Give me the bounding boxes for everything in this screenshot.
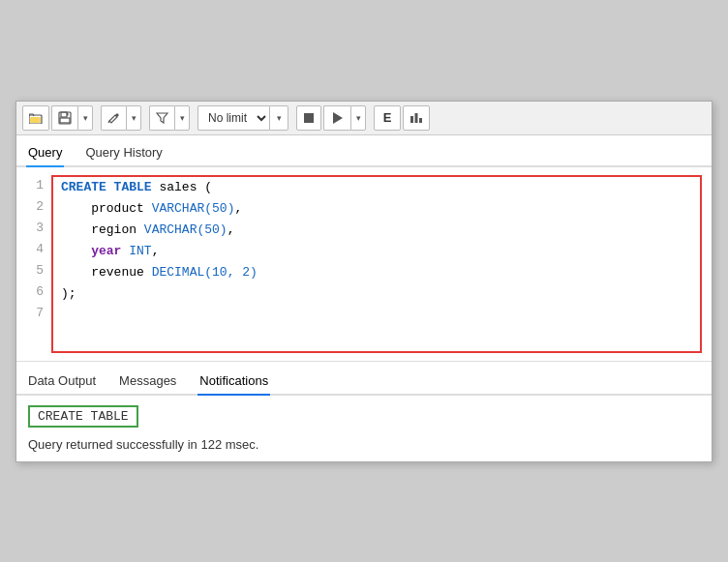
execute-dropdown-arrow[interactable]: ▾ — [350, 105, 366, 131]
execute-button[interactable] — [323, 105, 350, 131]
output-tabs: Data Output Messages Notifications — [16, 361, 712, 396]
line-num: 6 — [24, 281, 44, 303]
svg-rect-1 — [30, 117, 41, 123]
save-button[interactable] — [51, 105, 77, 131]
chart-icon — [410, 111, 423, 125]
code-line-6: ); — [61, 283, 692, 305]
query-tabs: Query Query History — [16, 135, 712, 167]
explain-button[interactable]: E — [374, 105, 401, 131]
tab-query[interactable]: Query — [26, 141, 64, 167]
code-line-1: CREATE TABLE sales ( — [61, 177, 692, 198]
edit-button[interactable] — [101, 105, 126, 131]
output-content: CREATE TABLE Query returned successfully… — [16, 396, 712, 461]
tab-notifications[interactable]: Notifications — [197, 370, 270, 396]
code-line-5: revenue DECIMAL(10, 2) — [61, 262, 692, 283]
limit-select[interactable]: No limit — [197, 105, 269, 131]
code-line-7 — [61, 305, 692, 326]
code-editor: 1 2 3 4 5 6 7 CREATE TABLE sales ( produ… — [16, 167, 712, 361]
editor-container: ▾ ▾ ▾ No limit ▾ — [15, 101, 713, 462]
line-num: 7 — [24, 303, 44, 324]
line-num: 1 — [24, 175, 44, 196]
play-icon — [333, 112, 343, 124]
stop-icon — [304, 113, 314, 123]
code-line-2: product VARCHAR(50), — [61, 198, 692, 220]
chart-button[interactable] — [403, 105, 430, 131]
svg-rect-3 — [61, 112, 67, 117]
svg-rect-5 — [67, 112, 69, 115]
save-dropdown-arrow[interactable]: ▾ — [77, 105, 93, 131]
result-badge: CREATE TABLE — [28, 405, 138, 428]
code-line-3: region VARCHAR(50), — [61, 220, 692, 241]
svg-rect-9 — [415, 113, 418, 123]
code-block[interactable]: CREATE TABLE sales ( product VARCHAR(50)… — [51, 175, 702, 353]
line-num: 2 — [24, 196, 44, 218]
edit-dropdown-arrow[interactable]: ▾ — [126, 105, 141, 131]
svg-rect-10 — [419, 118, 422, 123]
tab-data-output[interactable]: Data Output — [26, 370, 98, 396]
save-dropdown[interactable]: ▾ — [51, 105, 93, 131]
tab-messages[interactable]: Messages — [117, 370, 178, 396]
status-message: Query returned successfully in 122 msec. — [28, 437, 700, 452]
limit-selector[interactable]: No limit ▾ — [197, 105, 288, 131]
svg-rect-4 — [60, 118, 70, 123]
filter-button[interactable] — [149, 105, 174, 131]
line-num: 3 — [24, 218, 44, 239]
filter-dropdown-arrow[interactable]: ▾ — [174, 105, 190, 131]
svg-marker-7 — [157, 113, 167, 123]
line-num: 4 — [24, 239, 44, 260]
explain-icon: E — [383, 110, 392, 125]
svg-rect-8 — [410, 116, 413, 123]
open-file-button[interactable] — [22, 105, 49, 131]
stop-button[interactable] — [296, 105, 321, 131]
execute-group[interactable]: ▾ — [323, 105, 366, 131]
edit-dropdown[interactable]: ▾ — [101, 105, 141, 131]
filter-dropdown[interactable]: ▾ — [149, 105, 190, 131]
tab-query-history[interactable]: Query History — [83, 141, 164, 167]
limit-dropdown-arrow[interactable]: ▾ — [269, 105, 288, 131]
line-numbers: 1 2 3 4 5 6 7 — [16, 175, 51, 353]
line-num: 5 — [24, 260, 44, 281]
svg-line-6 — [108, 121, 109, 123]
code-line-4: year INT, — [61, 241, 692, 262]
toolbar: ▾ ▾ ▾ No limit ▾ — [16, 102, 712, 135]
